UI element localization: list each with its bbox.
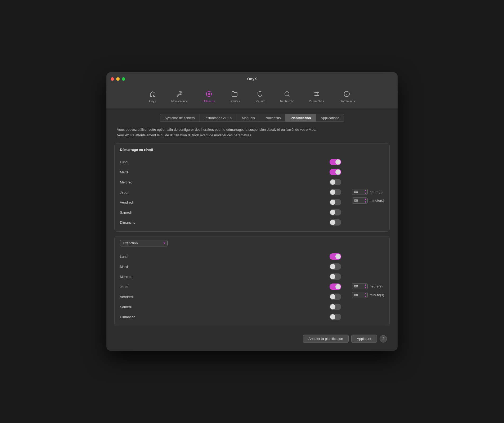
extinction-day-mardi: Mardi [120, 262, 341, 271]
demarrage-mercredi-toggle[interactable] [330, 179, 341, 185]
extinction-samedi-label: Samedi [120, 305, 132, 309]
extinction-select[interactable]: Extinction Suspension Redémarrage [120, 240, 168, 246]
demarrage-jeudi-label: Jeudi [120, 190, 128, 194]
toolbar: OnyX Maintenance Utilitaires [106, 86, 398, 109]
content-area: Système de fichiers Instantanés APFS Man… [106, 109, 398, 351]
extinction-lundi-toggle[interactable] [330, 253, 341, 260]
search-icon [284, 91, 290, 98]
extinction-minutes-down[interactable]: ▼ [364, 295, 367, 298]
demarrage-minutes-down[interactable]: ▼ [364, 201, 367, 204]
demarrage-vendredi-label: Vendredi [120, 200, 133, 204]
svg-point-6 [315, 92, 316, 93]
window-title: OnyX [247, 77, 257, 81]
section-demarrage-body: Lundi Mardi Mercredi Jeudi [115, 155, 389, 231]
extinction-mercredi-toggle[interactable] [330, 273, 341, 280]
demarrage-hours-stepper: ▲ ▼ [364, 189, 367, 195]
extinction-minutes-up[interactable]: ▲ [364, 292, 367, 295]
svg-point-1 [285, 92, 289, 96]
extinction-mardi-toggle[interactable] [330, 263, 341, 270]
demarrage-time-controls: ▲ ▼ heure(s) ▲ ▼ [352, 157, 384, 227]
demarrage-hours-up[interactable]: ▲ [364, 189, 367, 192]
extinction-samedi-toggle[interactable] [330, 304, 341, 310]
toolbar-label-recherche: Recherche [280, 100, 294, 103]
extinction-lundi-label: Lundi [120, 255, 128, 259]
toolbar-item-recherche[interactable]: Recherche [273, 89, 302, 104]
demarrage-mercredi-label: Mercredi [120, 180, 133, 184]
demarrage-day-jeudi: Jeudi [120, 187, 341, 197]
demarrage-mardi-toggle[interactable] [330, 169, 341, 175]
help-button[interactable]: ? [380, 335, 387, 343]
demarrage-lundi-label: Lundi [120, 160, 128, 164]
extinction-mercredi-label: Mercredi [120, 275, 133, 279]
toolbar-item-securite[interactable]: Sécurité [247, 89, 273, 104]
extinction-time-controls: ▲ ▼ heure(s) ▲ ▼ [352, 252, 384, 322]
tab-instantanes[interactable]: Instantanés APFS [200, 114, 237, 122]
traffic-lights [111, 77, 125, 81]
svg-point-8 [316, 95, 317, 96]
extinction-vendredi-label: Vendredi [120, 295, 133, 299]
toolbar-item-fichiers[interactable]: Fichiers [222, 89, 247, 104]
extinction-hours-wrapper: ▲ ▼ [352, 283, 368, 289]
extinction-dimanche-toggle[interactable] [330, 314, 341, 320]
demarrage-minutes-up[interactable]: ▲ [364, 198, 367, 201]
toolbar-label-onyx: OnyX [149, 100, 156, 103]
extinction-hours-label: heure(s) [370, 284, 382, 288]
toolbar-item-informations[interactable]: Informations [331, 89, 362, 104]
demarrage-day-lundi: Lundi [120, 157, 341, 167]
extinction-jeudi-toggle[interactable] [330, 284, 341, 290]
extinction-minutes-wrapper: ▲ ▼ [352, 292, 368, 298]
toolbar-item-onyx[interactable]: OnyX [142, 89, 164, 104]
demarrage-days-list: Lundi Mardi Mercredi Jeudi [120, 157, 341, 227]
tab-manuels[interactable]: Manuels [237, 114, 260, 122]
demarrage-day-samedi: Samedi [120, 208, 341, 217]
extinction-day-lundi: Lundi [120, 252, 341, 261]
demarrage-dimanche-toggle[interactable] [330, 219, 341, 226]
toolbar-label-securite: Sécurité [255, 100, 265, 103]
extinction-vendredi-toggle[interactable] [330, 294, 341, 300]
demarrage-hours-down[interactable]: ▼ [364, 192, 367, 195]
extinction-minutes-label: minute(s) [370, 293, 384, 297]
demarrage-dimanche-label: Dimanche [120, 220, 136, 224]
demarrage-hours-label: heure(s) [370, 190, 382, 194]
sliders-icon [313, 91, 320, 98]
shield-icon [257, 91, 263, 98]
wrench-icon [176, 91, 183, 98]
apply-button[interactable]: Appliquer [351, 335, 377, 343]
toolbar-item-utilitaires[interactable]: Utilitaires [195, 89, 222, 104]
close-button[interactable] [111, 77, 114, 81]
svg-point-7 [317, 93, 318, 94]
extinction-hours-row: ▲ ▼ heure(s) [352, 283, 384, 289]
demarrage-hours-row: ▲ ▼ heure(s) [352, 189, 384, 195]
tab-planification[interactable]: Planification [285, 114, 316, 122]
demarrage-hours-wrapper: ▲ ▼ [352, 189, 368, 195]
demarrage-day-vendredi: Vendredi [120, 197, 341, 207]
info-icon [344, 91, 350, 98]
tab-processus[interactable]: Processus [260, 114, 286, 122]
extinction-hours-down[interactable]: ▼ [364, 286, 367, 289]
home-icon [150, 91, 156, 98]
section-demarrage: Démarrage ou réveil Lundi Mardi Mercredi [114, 143, 390, 232]
bottom-bar: Annuler la planification Appliquer ? [114, 330, 390, 343]
demarrage-mardi-label: Mardi [120, 170, 129, 174]
toolbar-item-maintenance[interactable]: Maintenance [164, 89, 195, 104]
extinction-minutes-stepper: ▲ ▼ [364, 292, 367, 298]
svg-line-2 [288, 95, 289, 96]
extinction-hours-up[interactable]: ▲ [364, 284, 367, 286]
demarrage-samedi-toggle[interactable] [330, 209, 341, 215]
demarrage-jeudi-toggle[interactable] [330, 189, 341, 195]
tab-systeme[interactable]: Système de fichiers [160, 114, 199, 122]
cancel-schedule-button[interactable]: Annuler la planification [303, 335, 349, 343]
toolbar-label-maintenance: Maintenance [171, 100, 188, 103]
demarrage-vendredi-toggle[interactable] [330, 199, 341, 205]
demarrage-minutes-stepper: ▲ ▼ [364, 198, 367, 204]
extinction-day-samedi: Samedi [120, 302, 341, 312]
minimize-button[interactable] [116, 77, 120, 81]
extinction-day-vendredi: Vendredi [120, 292, 341, 302]
tab-bar: Système de fichiers Instantanés APFS Man… [114, 114, 390, 122]
tab-applications[interactable]: Applications [316, 114, 344, 122]
demarrage-lundi-toggle[interactable] [330, 159, 341, 165]
extinction-minutes-row: ▲ ▼ minute(s) [352, 292, 384, 298]
maximize-button[interactable] [122, 77, 125, 81]
toolbar-item-parametres[interactable]: Paramètres [302, 89, 331, 104]
description-line1: Vous pouvez utiliser cette option afin d… [117, 127, 387, 133]
